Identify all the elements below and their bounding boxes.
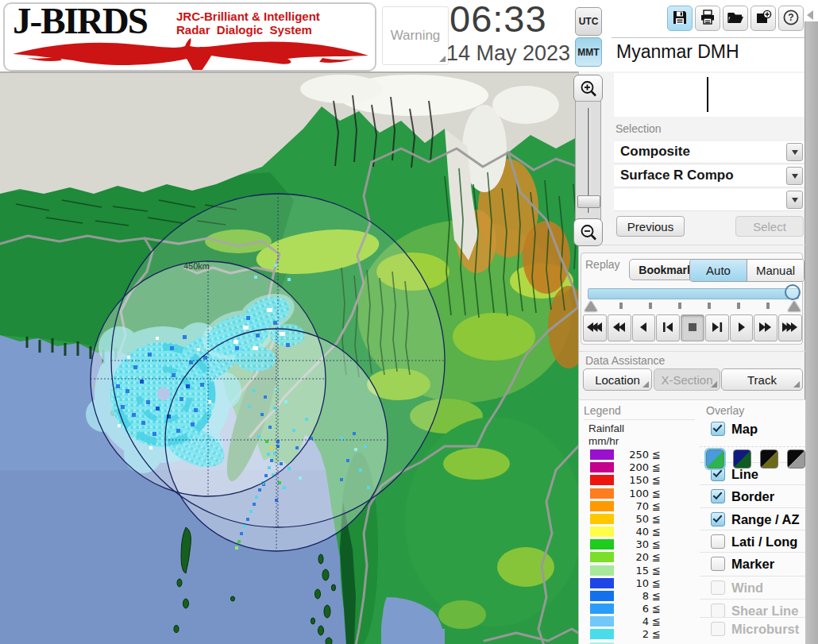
legend-leq-symbol: ≦ xyxy=(652,449,661,461)
legend-row: 40≦ xyxy=(579,526,698,538)
logo-title: J-BIRDS xyxy=(13,2,147,42)
rewind-button[interactable] xyxy=(608,314,631,341)
forward-icon xyxy=(758,322,774,335)
open-button[interactable] xyxy=(723,6,748,31)
playback-controls xyxy=(583,314,802,341)
stop-button[interactable] xyxy=(681,314,704,341)
category-dropdown[interactable]: Composite xyxy=(614,141,804,164)
map-style-olive[interactable] xyxy=(760,449,778,469)
overlay-item-label: Border xyxy=(731,489,774,504)
chevron-down-icon xyxy=(792,198,798,202)
zoom-in-button[interactable] xyxy=(573,75,603,102)
dropdown-arrow-button[interactable] xyxy=(786,191,803,209)
panel-splitter[interactable] xyxy=(804,21,818,644)
zoom-out-button[interactable] xyxy=(573,218,603,246)
legend-row: 8≦ xyxy=(579,591,698,602)
help-button[interactable]: ? xyxy=(778,6,804,31)
zoom-slider[interactable] xyxy=(575,101,601,220)
previous-button[interactable]: Previous xyxy=(616,216,685,237)
radar-map-canvas: 450km xyxy=(0,73,578,644)
option-dropdown[interactable] xyxy=(614,189,804,211)
step-back-button[interactable] xyxy=(656,314,680,341)
replay-timeline-thumb[interactable] xyxy=(785,284,801,300)
x-section-button: X-Section xyxy=(654,368,720,391)
dropdown-arrow-button[interactable] xyxy=(786,167,803,185)
toolbar: ? xyxy=(667,6,804,31)
legend-title: Rainfallmm/hr xyxy=(588,422,624,448)
collapse-panel-icon[interactable] xyxy=(807,10,813,20)
add-view-button[interactable] xyxy=(750,6,776,31)
radar-map[interactable]: 450km xyxy=(0,71,578,644)
overlay-item-label: Shear Line xyxy=(731,604,798,619)
step-forward-button[interactable] xyxy=(705,314,729,341)
checkbox-lati-long[interactable] xyxy=(711,534,725,549)
dropdown-arrow-button[interactable] xyxy=(786,143,803,161)
map-style-color[interactable] xyxy=(706,449,724,469)
legend-value: 150 xyxy=(609,474,649,486)
legend-leq-symbol: ≦ xyxy=(652,565,661,577)
map-style-navy[interactable] xyxy=(733,449,751,469)
legend-leq-symbol: ≦ xyxy=(652,538,661,550)
magnifier-minus-icon xyxy=(579,223,598,242)
legend-leq-symbol: ≦ xyxy=(652,500,661,512)
legend-leq-symbol: ≦ xyxy=(652,590,661,602)
help-icon: ? xyxy=(782,9,800,29)
station-title: Myanmar DMH xyxy=(616,41,739,63)
checkbox-border[interactable] xyxy=(711,489,725,503)
overlay-item-label: Lati / Long xyxy=(731,534,797,550)
overlay-row-wind: Wind xyxy=(700,576,805,599)
logo-subtitle-line2: Radar Dialogic System xyxy=(176,23,312,37)
timeline-tick xyxy=(649,303,652,309)
corner-fold-icon xyxy=(793,381,800,388)
checkbox-range-az[interactable] xyxy=(711,512,725,526)
timeline-ticks xyxy=(581,303,804,310)
play-button[interactable] xyxy=(730,314,754,341)
legend-leq-symbol: ≦ xyxy=(652,513,661,525)
overlay-row-range-az: Range / AZ xyxy=(700,507,805,530)
map-style-gray[interactable] xyxy=(787,449,805,469)
fast-forward-button[interactable] xyxy=(778,314,802,341)
printer-icon xyxy=(699,9,716,29)
da-button-label: X-Section xyxy=(661,373,712,387)
legend-row: 100≦ xyxy=(579,488,698,499)
legend-row: 2≦ xyxy=(579,629,698,640)
overlay-row-border: Border xyxy=(700,484,805,507)
location-button[interactable]: Location xyxy=(583,368,652,391)
legend-value: 8 xyxy=(609,590,649,602)
dropdown-value: Surface R Compo xyxy=(620,168,734,183)
checkbox-marker[interactable] xyxy=(711,557,725,571)
legend-value: 10 xyxy=(609,577,649,589)
auto-mode-button[interactable]: Auto xyxy=(690,260,747,281)
play-reverse-button[interactable] xyxy=(632,314,656,341)
eagle-icon xyxy=(11,37,370,71)
save-button[interactable] xyxy=(667,6,693,31)
timezone-mmt-button[interactable]: MMT xyxy=(575,37,602,67)
legend-value: 6 xyxy=(609,603,649,615)
track-button[interactable]: Track xyxy=(721,368,803,391)
checkbox-map[interactable] xyxy=(711,422,725,436)
map-style-swatches xyxy=(700,446,805,470)
range-label: 450km xyxy=(183,261,210,271)
warning-button[interactable]: Warning xyxy=(382,6,449,65)
overlay-row-map: Map xyxy=(700,418,805,440)
timezone-utc-button[interactable]: UTC xyxy=(575,7,602,36)
checkbox-shear-line xyxy=(711,604,725,618)
legend-value: 200 xyxy=(609,461,649,473)
legend-row: 20≦ xyxy=(579,552,698,563)
station-text-field[interactable] xyxy=(614,73,804,117)
overlay-item-label: Range / AZ xyxy=(731,512,800,527)
replay-timeline-track[interactable] xyxy=(588,288,799,299)
legend-leq-symbol: ≦ xyxy=(652,615,661,627)
product-dropdown[interactable]: Surface R Compo xyxy=(614,165,804,187)
legend-row: 4≦ xyxy=(579,616,698,627)
fast-rewind-button[interactable] xyxy=(583,314,607,341)
overlay-row-marker: Marker xyxy=(700,552,805,575)
panel-divider xyxy=(612,37,804,38)
forward-button[interactable] xyxy=(754,314,777,341)
manual-mode-button[interactable]: Manual xyxy=(747,260,804,281)
warning-label: Warning xyxy=(391,28,441,44)
zoom-slider-thumb[interactable] xyxy=(577,195,600,208)
print-button[interactable] xyxy=(695,6,720,31)
chevron-down-icon xyxy=(792,150,798,155)
timeline-tick xyxy=(708,303,711,309)
